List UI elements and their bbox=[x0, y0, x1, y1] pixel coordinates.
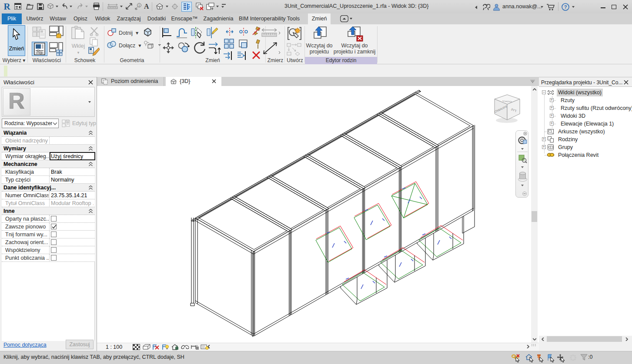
svg-text:1: 1 bbox=[138, 4, 140, 7]
svg-text:?: ? bbox=[564, 4, 567, 10]
svg-text:R: R bbox=[8, 89, 25, 113]
svg-text:R: R bbox=[3, 2, 10, 11]
